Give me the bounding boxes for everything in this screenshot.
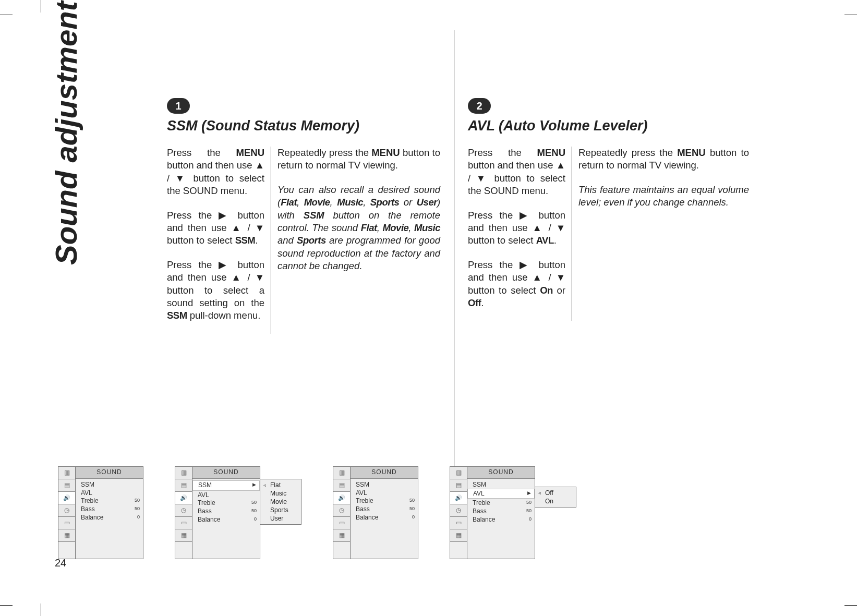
osd-clock-icon [58,504,75,517]
osd-popup-option-label: Flat [270,481,281,489]
osd-popup-option: ◃Off [538,489,573,497]
osd-bars2-icon [333,479,350,492]
osd-category-icons [175,466,192,559]
body-paragraph: Press the ▶ button and then use ▲ / ▼ bu… [167,259,264,322]
osd-row-value: 0 [412,514,415,522]
osd-popup-option-label: User [270,515,283,522]
osd-speaker-icon [175,492,192,504]
osd-panel: SOUNDSSMAVLTreble50Bass50Balance0 [76,466,143,559]
osd-popup-option: ◃Flat [263,481,298,489]
osd-category-icons [450,466,467,559]
osd-popup-option-label: Movie [270,498,287,505]
osd-grid-icon [58,529,75,542]
osd-row: Balance0 [473,516,532,524]
body-paragraph: Press the MENU button and then use ▲ / ▼… [167,147,264,198]
osd-grid-icon [333,529,350,542]
osd-row: SSM [356,481,415,489]
osd-row-label: Bass [81,506,95,513]
osd-menu-row: SOUNDSSMAVLTreble50Bass50Balance0SOUNDSS… [55,466,806,559]
osd-row: Balance0 [356,514,415,522]
osd-row-value: 0 [529,516,532,524]
osd-row-label: Treble [81,498,99,505]
step-badge-1: 1 [167,98,190,114]
osd-popup-option: Movie [263,498,298,506]
osd-header: SOUND [467,467,535,479]
ssm-notes-right: Repeatedly press the MENU but­ton to ret… [271,147,440,334]
osd-row-value: 50 [526,500,532,507]
osd-row: Treble50 [81,497,140,505]
osd-clock-icon [450,504,467,517]
crop-mark [0,15,13,15]
osd-tool-icon [175,517,192,529]
avl-notes-right: Repeatedly press the MENU but­ton to ret… [572,147,749,321]
osd-clock-icon [175,504,192,517]
osd-speaker-icon [333,492,350,504]
osd-popup-marker-icon: ◃ [538,490,544,496]
osd-row-label: SSM [198,482,212,489]
osd-blank-icon [450,542,467,559]
osd-row-label: AVL [198,492,209,499]
crop-mark [0,605,13,606]
osd-popup: ◃FlatMusicMovieSportsUser [260,479,301,525]
osd-bars2-icon [450,479,467,492]
osd-row-label: Balance [81,514,103,522]
osd-speaker-icon [450,492,467,504]
osd-row: Bass50 [356,505,415,514]
osd-header: SOUND [192,467,260,479]
osd-bars-icon [450,467,467,479]
osd-popup-option-label: Off [545,489,553,497]
osd-row-label: Bass [473,508,487,515]
osd-row-value: 50 [251,508,257,515]
osd-blank-icon [58,542,75,559]
osd-row-label: AVL [356,490,367,497]
osd-row-label: Balance [473,516,495,524]
osd-row-label: Treble [356,498,373,505]
manual-page: Sound adjustment 24 1 SSM (Sound Status … [55,25,806,578]
osd-clock-icon [333,504,350,517]
osd-grid-icon [175,529,192,542]
osd-panel: SOUNDSSM▶AVLTreble50Bass50Balance0 [192,466,260,559]
osd-row-label: Treble [473,500,490,507]
osd-tool-icon [58,517,75,529]
osd-row-label: Balance [356,514,378,522]
osd-row-value: 50 [135,498,140,505]
osd-row-label: AVL [473,490,485,498]
osd-row-label: Bass [356,506,370,513]
osd-blank-icon [333,542,350,559]
crop-mark [844,605,857,606]
ssm-steps-left: Press the MENU button and then use ▲ / ▼… [167,147,271,334]
osd-speaker-icon [58,492,75,504]
osd-row: AVL [81,489,140,498]
osd-row: AVL [198,491,257,500]
osd-blank-icon [175,542,192,559]
osd-popup-option: User [263,514,298,523]
osd-popup-option-label: Sports [270,506,288,514]
osd-row: AVL [356,489,415,498]
crop-mark [41,603,41,616]
osd-row: Bass50 [198,508,257,516]
osd-row-value: 50 [409,506,415,513]
osd-popup-marker-icon: ◃ [263,482,269,488]
body-paragraph: This feature maintains an equal volume l… [578,184,749,209]
osd-menu: SOUNDSSMAVLTreble50Bass50Balance0 [333,466,418,559]
osd-row: Treble50 [356,497,415,505]
osd-header: SOUND [351,467,418,479]
osd-row-value: 50 [135,506,140,513]
osd-row-label: Treble [198,500,215,507]
osd-row-label: Bass [198,508,212,515]
osd-category-icons [58,466,76,559]
osd-menu: SOUNDSSM▶AVLTreble50Bass50Balance0◃FlatM… [175,466,301,559]
step-badge-2: 2 [468,98,491,114]
osd-row-value: 0 [254,516,257,524]
osd-popup-option: Sports [263,506,298,514]
body-paragraph: Press the MENU button and then use ▲ / ▼… [468,147,565,198]
body-paragraph: You can also recall a desired sound (Fla… [277,184,440,273]
osd-row: SSM [81,481,140,489]
osd-row-label: AVL [81,490,92,497]
avl-steps-left: Press the MENU button and then use ▲ / ▼… [468,147,572,321]
osd-row: Balance0 [81,514,140,522]
osd-popup-option-label: Music [270,490,286,497]
osd-row: Balance0 [198,516,257,524]
body-paragraph: Press the ▶ button and then use ▲ / ▼ bu… [468,209,565,247]
osd-tool-icon [450,517,467,529]
